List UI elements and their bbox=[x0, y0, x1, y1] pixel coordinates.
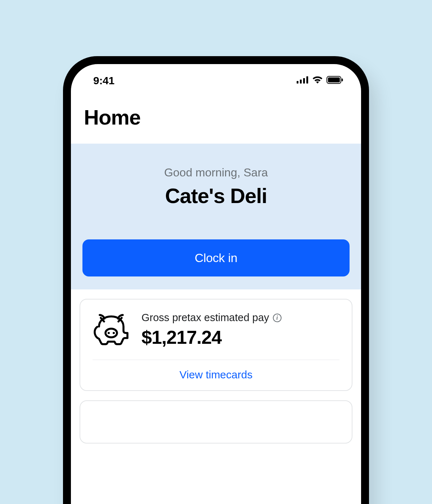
phone-frame: 9:41 bbox=[63, 56, 369, 504]
status-time: 9:41 bbox=[93, 75, 114, 87]
view-timecards-link[interactable]: View timecards bbox=[93, 360, 339, 381]
svg-rect-0 bbox=[297, 81, 298, 84]
clock-in-button[interactable]: Clock in bbox=[82, 239, 350, 276]
pay-amount: $1,217.24 bbox=[141, 327, 282, 348]
workplace-name: Cate's Deli bbox=[82, 184, 350, 208]
piggy-bank-icon bbox=[93, 312, 129, 348]
pay-label: Gross pretax estimated pay bbox=[141, 312, 269, 324]
svg-point-8 bbox=[113, 332, 115, 334]
wifi-icon bbox=[312, 76, 323, 85]
pay-label-row: Gross pretax estimated pay i bbox=[141, 312, 282, 324]
svg-rect-1 bbox=[300, 80, 302, 84]
info-icon[interactable]: i bbox=[273, 314, 282, 322]
svg-point-7 bbox=[108, 332, 110, 334]
pay-card: Gross pretax estimated pay i $1,217.24 V… bbox=[80, 299, 352, 391]
svg-point-9 bbox=[105, 329, 117, 337]
status-indicators bbox=[297, 76, 343, 85]
pay-text-column: Gross pretax estimated pay i $1,217.24 bbox=[141, 312, 282, 348]
page-title: Home bbox=[84, 105, 348, 129]
phone-screen: 9:41 bbox=[71, 64, 361, 504]
cellular-signal-icon bbox=[297, 76, 309, 85]
next-card bbox=[80, 400, 352, 444]
hero-section: Good morning, Sara Cate's Deli Clock in bbox=[71, 144, 361, 289]
status-bar: 9:41 bbox=[71, 64, 361, 92]
svg-rect-6 bbox=[342, 78, 343, 81]
svg-rect-2 bbox=[303, 78, 305, 84]
battery-icon bbox=[327, 76, 343, 85]
content-area: Gross pretax estimated pay i $1,217.24 V… bbox=[71, 289, 361, 462]
svg-rect-3 bbox=[306, 76, 308, 84]
greeting-text: Good morning, Sara bbox=[82, 166, 350, 179]
svg-rect-5 bbox=[328, 77, 340, 82]
pay-summary-row: Gross pretax estimated pay i $1,217.24 bbox=[93, 312, 339, 360]
page-header: Home bbox=[71, 92, 361, 144]
